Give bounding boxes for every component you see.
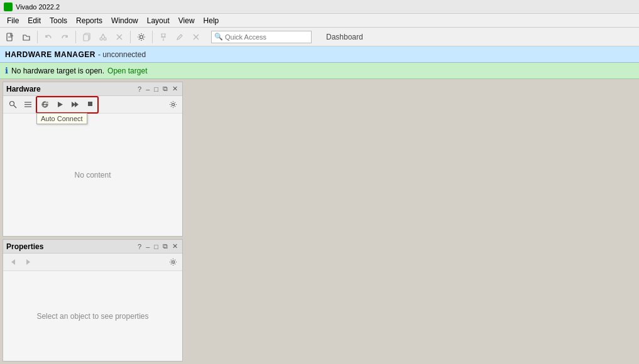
svg-point-5 [104,38,106,40]
menu-window[interactable]: Window [107,15,143,26]
menu-reports[interactable]: Reports [72,15,107,26]
properties-panel-title: Properties [6,242,43,251]
svg-marker-29 [26,259,30,265]
svg-line-7 [103,34,105,38]
hw-collapse-button[interactable] [21,98,35,112]
svg-marker-25 [75,102,79,107]
hw-run-button[interactable] [53,98,67,112]
copy-button[interactable] [79,29,94,45]
svg-point-15 [9,102,14,106]
auto-connect-highlight: Auto Connect [36,96,99,114]
search-icon: 🔍 [214,33,223,41]
svg-line-6 [101,34,103,38]
properties-panel-titlebar: Properties ? – □ ⧉ ✕ [3,240,182,254]
hardware-manager-status: - unconnected [98,50,146,59]
properties-panel-close[interactable]: ✕ [171,242,179,250]
dashboard-button[interactable]: Dashboard [322,31,367,43]
toolbar-separator-2 [75,31,76,43]
title-bar: Vivado 2022.2 [0,0,639,14]
hw-run-all-button[interactable] [68,98,82,112]
hardware-panel-title: Hardware [6,85,41,94]
hardware-panel-close[interactable]: ✕ [171,85,179,93]
info-text: No hardware target is open. [11,67,104,75]
menu-layout[interactable]: Layout [143,15,174,26]
properties-panel-restore[interactable]: □ [153,243,160,250]
hw-settings-button[interactable] [166,98,180,112]
svg-marker-23 [58,102,63,107]
app-icon [4,3,13,11]
toolbar-separator-3 [130,31,131,43]
edit-tool-button[interactable] [172,29,187,45]
svg-point-30 [172,261,174,264]
toolbar-separator-4 [152,31,153,43]
properties-toolbar [3,254,182,271]
quick-access-area: 🔍 [211,31,312,43]
hardware-manager-title: HARDWARE MANAGER [5,50,96,59]
menu-help[interactable]: Help [199,15,224,26]
props-back-button[interactable] [6,255,19,269]
hw-toolbar-left: Auto Connect [6,96,99,114]
open-button[interactable] [19,29,34,45]
hw-search-button[interactable] [6,98,19,112]
hw-stop-button[interactable] [83,98,97,112]
properties-panel: Properties ? – □ ⧉ ✕ [3,239,183,361]
toolbar-separator-1 [37,31,38,43]
menu-view[interactable]: View [174,15,199,26]
svg-rect-3 [84,35,89,41]
properties-panel-help[interactable]: ? [136,243,143,250]
hw-auto-connect-button[interactable]: Auto Connect [38,98,52,112]
new-button[interactable] [3,29,18,45]
menu-bar: File Edit Tools Reports Window Layout Vi… [0,14,639,28]
main-area: Hardware ? – □ ⧉ ✕ [0,79,639,364]
undo-button[interactable] [41,29,56,45]
toolbar: 🔍 Dashboard [0,28,639,46]
hardware-panel-minimize[interactable]: – [145,85,151,93]
auto-connect-tooltip: Auto Connect [36,113,87,124]
svg-line-16 [14,105,16,108]
props-forward-button[interactable] [21,255,35,269]
app-title: Vivado 2022.2 [16,3,60,11]
redo-button[interactable] [57,29,72,45]
properties-panel-minimize[interactable]: – [145,243,151,250]
properties-panel-controls: ? – □ ⧉ ✕ [136,242,179,250]
hardware-panel-maximize[interactable]: ⧉ [161,85,169,93]
svg-point-4 [100,38,102,40]
menu-file[interactable]: File [3,15,23,26]
properties-panel-maximize[interactable]: ⧉ [161,242,169,250]
search-input[interactable] [225,33,307,41]
pin-button[interactable] [156,29,171,45]
props-toolbar-left [6,255,35,269]
svg-marker-28 [11,259,15,265]
hardware-panel-help[interactable]: ? [136,85,143,93]
hardware-toolbar: Auto Connect [3,96,182,114]
settings-button[interactable] [134,29,149,45]
info-icon: ℹ [5,66,8,75]
open-target-link[interactable]: Open target [107,67,147,75]
info-bar: ℹ No hardware target is open. Open targe… [0,63,639,79]
search-box[interactable]: 🔍 [211,31,312,43]
menu-tools[interactable]: Tools [45,15,72,26]
no-content-text: No content [74,171,111,179]
right-area [185,79,639,364]
svg-point-27 [172,104,174,106]
hardware-panel-content: No content [3,114,182,236]
close-tool-button[interactable] [188,29,204,45]
svg-point-10 [140,35,143,38]
hardware-panel-restore[interactable]: □ [153,85,160,93]
cut-button[interactable] [96,29,111,45]
menu-edit[interactable]: Edit [23,15,45,26]
svg-rect-26 [88,102,92,106]
hardware-panel-controls: ? – □ ⧉ ✕ [136,85,179,93]
left-panels: Hardware ? – □ ⧉ ✕ [0,79,185,364]
hardware-panel: Hardware ? – □ ⧉ ✕ [3,82,183,237]
hardware-manager-banner: HARDWARE MANAGER - unconnected [0,46,639,63]
select-object-text: Select an object to see properties [36,312,148,321]
props-settings-button[interactable] [166,255,180,269]
delete-button[interactable] [112,29,127,45]
properties-panel-content: Select an object to see properties [3,271,182,361]
hardware-panel-titlebar: Hardware ? – □ ⧉ ✕ [3,82,182,96]
